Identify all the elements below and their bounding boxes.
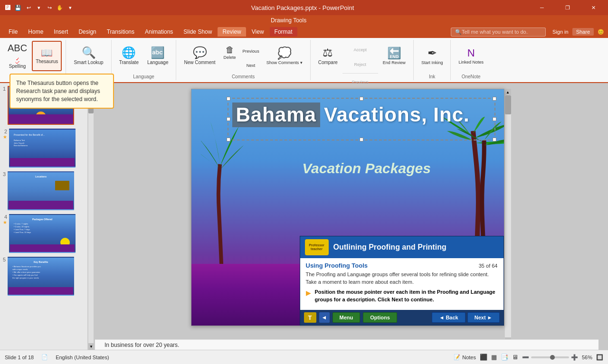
comments-label: Comments [232,74,255,79]
slide-image-2[interactable]: Presented for the Benefit of... Bahama T… [9,129,76,168]
smiley-icon: 😊 [598,29,604,35]
drawing-tools-bar: Drawing Tools [0,15,608,26]
professor-title: Outlining Proofing and Printing [333,243,446,252]
smart-lookup-icon: 🔍 [82,47,96,58]
zoom-in-btn[interactable]: ➕ [571,354,578,361]
language-label: Language [133,74,154,79]
onenote-icon: N [467,48,475,58]
new-comment-icon: 💬 [193,47,207,58]
menu-design[interactable]: Design [74,27,101,37]
onenote-label: OneNote [462,74,481,79]
restore-button[interactable]: ❐ [557,0,579,15]
undo-dropdown[interactable]: ▾ [35,4,43,11]
accept-button[interactable]: Accept [342,43,378,57]
title-bar-right: ─ ❐ ✕ [531,0,604,15]
linked-notes-button[interactable]: N Linked Notes [455,41,487,71]
touch-mode-button[interactable]: ✋ [56,4,64,11]
inking-icon: ✒ [428,47,437,59]
view-normal-btn[interactable]: ⬛ [480,354,487,361]
show-comments-button[interactable]: 💭 Show Comments ▾ [263,41,306,71]
slide-image-5[interactable]: Key Benefits • Bahama Vacations provides… [8,257,74,296]
slide4-sea-thumb [10,244,75,252]
translate-button[interactable]: 🌐 Translate [115,41,142,71]
smart-lookup-button[interactable]: 🔍 Smart Lookup [70,41,107,71]
save-button[interactable]: 💾 [14,4,22,11]
handle-br [493,138,496,141]
slide-thumb-2: 2 ★ Presented for the Benefit of... Baha… [2,128,86,168]
status-right: 📝 Notes ⬛ ▦ 📑 🖥 ➖ ➕ 56% 🔲 [454,354,603,361]
menu-transitions[interactable]: Transitions [102,27,139,37]
language-button[interactable]: 🔤 Language [143,41,172,71]
slide-image-3[interactable]: Locations [8,171,74,210]
slide-inner-4: Packages Offered • Cruise, 7 nights• Cru… [10,215,75,252]
canvas-scrollbar[interactable]: ▲ ▼ [504,89,511,344]
comment-nav-group: Previous Next [240,41,262,72]
slide2-sea-thumb [10,158,75,167]
compare-button[interactable]: ⚖ Compare [314,41,342,71]
compare-prev-label: Previous [352,80,369,84]
slide-num-1: 1 [3,86,6,92]
professor-description: The Proofing and Language groups offer s… [306,271,498,286]
ribbon-group-compare: ⚖ Compare Accept Reject Previous Next [311,40,414,80]
drawing-tools-label: Drawing Tools [261,15,316,26]
professor-back-button[interactable]: ◄ Back [432,312,465,323]
delete-comment-button[interactable]: 🗑 Delete [220,41,239,71]
professor-next-button[interactable]: Next ► [467,312,500,323]
accept-label: Accept [354,47,367,52]
share-button[interactable]: Share [572,28,594,36]
fit-btn[interactable]: 🔲 [596,354,603,361]
menu-home[interactable]: Home [23,27,48,37]
search-box[interactable]: 🔍 [451,28,546,37]
previous-comment-button[interactable]: Previous [240,45,262,58]
signin-button[interactable]: Sign in [552,29,569,35]
thesaurus-button[interactable]: 📖 Thesaurus [32,41,62,71]
reject-label: Reject [354,62,367,67]
minimize-button[interactable]: ─ [531,0,553,15]
professor-options-button[interactable]: Options [363,312,397,323]
search-input[interactable] [462,29,528,35]
close-button[interactable]: ✕ [582,0,604,15]
slide-panel-container: 1 Vacation Packages 2 ★ [0,83,94,350]
slide-thumb-4: 4 ★ Packages Offered • Cruise, 7 nights•… [2,213,86,254]
reject-button[interactable]: Reject [342,57,378,72]
view-presenter-btn[interactable]: 🖥 [512,354,518,361]
menu-format[interactable]: Format [270,27,297,37]
customize-qat[interactable]: ▾ [66,4,74,11]
menu-insert[interactable]: Insert [49,27,73,37]
zoom-out-btn[interactable]: ➖ [522,354,529,361]
slide-panel[interactable]: 1 Vacation Packages 2 ★ [0,83,88,350]
slide3-map-thumb [55,181,69,190]
slide5-list-thumb: • Bahama Vacations provides you with uni… [12,265,41,280]
slide-caption-text: In business for over 20 years. [104,342,179,348]
search-icon: 🔍 [455,29,462,35]
view-slide-btn[interactable]: ▦ [491,354,497,361]
menu-animations[interactable]: Animations [140,27,178,37]
menu-review[interactable]: Review [218,27,246,37]
canvas-scroll-up[interactable]: ▲ [505,89,511,95]
view-reading-btn[interactable]: 📑 [501,354,508,361]
next-comment-button[interactable]: Next [240,59,262,72]
notes-button[interactable]: 📝 Notes [454,354,476,360]
new-comment-button[interactable]: 💬 New Comment [180,41,219,71]
professor-menu-button[interactable]: Menu [332,312,361,323]
professor-back-arrow[interactable]: ◄ [319,312,330,323]
prev-comment-label: Previous [243,49,259,54]
compare-previous-button[interactable]: Previous [342,75,378,89]
professor-logo: Professor teacher [305,239,329,255]
start-inking-button[interactable]: ✒ Start Inking [418,41,447,71]
bullet-arrow-icon: ▶ [306,289,311,303]
professor-t-button[interactable]: T [304,312,316,323]
slide-num-2: 2 ★ [3,129,7,140]
end-review-button[interactable]: 🔚 End Review [379,41,409,71]
redo-button[interactable]: ↪ [46,4,53,11]
menu-view[interactable]: View [247,27,269,37]
slide-panel-scrollbar[interactable]: ▲ ▼ [88,83,94,350]
zoom-slider[interactable] [531,356,569,358]
menu-slideshow[interactable]: Slide Show [179,27,217,37]
slide-image-4[interactable]: Packages Offered • Cruise, 7 nights• Cru… [9,214,76,253]
spelling-button[interactable]: ABC✓ Spelling [4,41,31,71]
slide2-text-thumb: Bahama TextJohn TraveltBrenda Bahama [14,139,71,147]
undo-button[interactable]: ↩ [25,4,32,11]
handle-bc [360,138,363,141]
menu-file[interactable]: File [4,27,22,37]
